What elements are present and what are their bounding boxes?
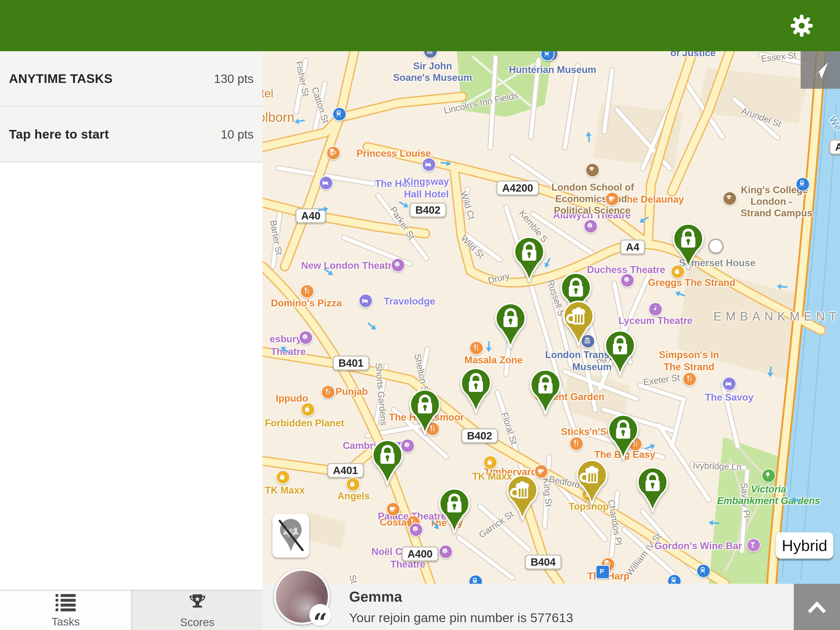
map-label: Lyceum Theatre (619, 315, 693, 326)
quote-icon: “ (309, 604, 331, 626)
beer-task-pin[interactable] (506, 473, 538, 522)
map-label: tel (262, 87, 273, 100)
oneway-arrow-icon (776, 282, 788, 291)
poi-icon-bed (358, 294, 373, 308)
task-row-anytime[interactable]: ANYTIME TASKS 130 pts (0, 51, 262, 107)
map-label: Strand Campus (741, 208, 812, 219)
poi-icon-mask (391, 258, 405, 272)
expand-chevron-button[interactable] (794, 584, 840, 630)
oneway-arrow-icon (673, 288, 687, 300)
poi-icon-fork (321, 385, 335, 399)
poi-icon-train (332, 107, 346, 121)
task-points: 130 pts (214, 72, 254, 86)
poi-icon-bag (276, 470, 290, 484)
poi-icon-coffee (386, 502, 400, 516)
map-label: Greggs The Strand (648, 277, 735, 288)
map-label: Catton St (310, 86, 331, 125)
poi-icon-martini (747, 538, 761, 552)
task-points: 10 pts (221, 127, 254, 142)
oneway-arrow-icon (584, 131, 593, 142)
map-label: EMBANKMENT (714, 309, 840, 324)
locked-task-pin[interactable] (409, 387, 441, 436)
map-label: Lincoln's Inn Fields (443, 90, 519, 116)
rejoin-pin-message: Your rejoin game pin number is 577613 (349, 610, 573, 625)
road-shield: A4200 (496, 181, 539, 196)
oneway-arrow-icon (440, 159, 453, 168)
map-label: Angels (337, 491, 369, 502)
poi-icon-bed (319, 176, 333, 190)
trophy-icon (188, 593, 207, 613)
map-label: Essex St (761, 51, 797, 64)
poi-icon-train (796, 177, 810, 191)
locked-task-pin[interactable] (604, 328, 636, 377)
locked-task-pin[interactable] (371, 437, 404, 486)
notification-texts: Gemma Your rejoin game pin number is 577… (349, 588, 573, 625)
map-label: Fisher St (294, 60, 311, 97)
task-label: Tap here to start (9, 127, 109, 142)
svg-text:P: P (600, 568, 604, 575)
map-label: Simpson's In (659, 349, 719, 360)
poi-icon-ring (708, 238, 723, 254)
poi-icon-bed (722, 377, 736, 391)
poi-icon-note (648, 302, 663, 316)
hide-players-button[interactable] (273, 514, 309, 557)
poi-icon-bag (483, 455, 497, 470)
map-label: Arundel St (740, 106, 783, 129)
beer-task-pin[interactable] (576, 458, 608, 506)
tab-tasks[interactable]: Tasks (0, 591, 131, 630)
poi-icon-mask (620, 273, 635, 287)
map-label: Political Science (554, 205, 630, 216)
map-label: Hall Hotel (404, 189, 449, 200)
map-label: Shorts Gardens (373, 363, 389, 426)
locked-task-pin[interactable] (672, 221, 704, 270)
locked-task-pin[interactable] (607, 412, 639, 461)
map-label: Soane's Museum (393, 72, 472, 83)
map-label: olborn (262, 110, 295, 125)
map-canvas[interactable]: Fisher StCatton StBarter StParker StWild… (262, 51, 840, 630)
locate-me-button[interactable] (801, 51, 840, 89)
locked-task-pin[interactable] (494, 301, 527, 350)
map-label: Travelodge (384, 296, 435, 307)
map-annotation-layer: Fisher StCatton StBarter StParker StWild… (262, 51, 840, 630)
map-label: Forbidden Planet (265, 418, 344, 429)
poi-icon-beer (326, 146, 341, 160)
map-label: The Delaunay (621, 194, 684, 205)
map-label: London School of (551, 182, 634, 193)
task-row-start[interactable]: Tap here to start 10 pts (0, 107, 262, 163)
bottom-tab-bar: Tasks Scores (0, 590, 262, 630)
road-shield: A (829, 140, 840, 155)
map-label: The Savoy (705, 392, 753, 403)
oneway-arrow-icon (365, 320, 379, 333)
map-label: Wild Ct (458, 190, 477, 221)
map-label: of Justice (670, 51, 716, 58)
map-label: Sir John (413, 61, 452, 72)
oneway-arrow-icon (317, 204, 330, 214)
map-label: Princess Louise (357, 148, 431, 159)
poi-icon-cap (723, 191, 737, 205)
locked-task-pin[interactable] (513, 234, 545, 283)
locked-task-pin[interactable] (636, 465, 669, 514)
road-shield: A4 (620, 240, 645, 255)
poi-icon-mask (439, 545, 453, 559)
poi-icon-tree (761, 469, 776, 483)
tab-scores[interactable]: Scores (131, 591, 262, 630)
map-label: Ippudo (276, 393, 308, 404)
map-label: Ivybridge Ln (693, 460, 742, 472)
map-label: Barter St (268, 219, 284, 256)
poi-icon-mask (299, 330, 313, 345)
poi-icon-coffee (605, 192, 619, 206)
road-shield: B401 (333, 356, 369, 371)
map-type-hybrid-button[interactable]: Hybrid (776, 532, 833, 559)
locked-task-pin[interactable] (459, 366, 492, 414)
map-label: London - (750, 196, 792, 207)
road-shield: A401 (327, 463, 364, 478)
task-sidebar: ANYTIME TASKS 130 pts Tap here to start … (0, 51, 262, 630)
app-window: ANYTIME TASKS 130 pts Tap here to start … (0, 0, 840, 630)
locked-task-pin[interactable] (438, 486, 471, 535)
oneway-arrow-icon (293, 116, 306, 126)
map-label: Masala Zone (464, 355, 523, 366)
poi-icon-fork (300, 284, 314, 298)
settings-gear-icon[interactable] (789, 14, 814, 38)
locked-task-pin[interactable] (529, 367, 562, 416)
beer-task-pin[interactable] (562, 299, 595, 347)
